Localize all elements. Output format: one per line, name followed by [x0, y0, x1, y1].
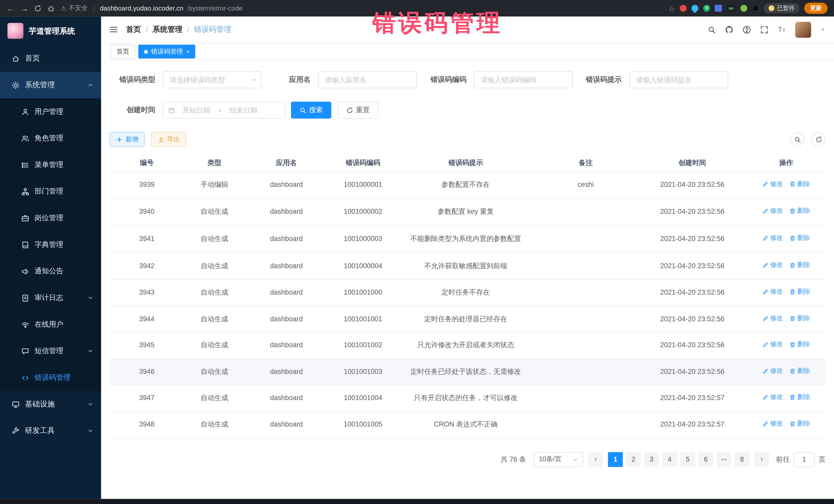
- edit-link[interactable]: 修改: [762, 419, 783, 428]
- cell-ops: 修改删除: [747, 225, 826, 253]
- extension-icon-7[interactable]: [752, 5, 759, 12]
- sidebar-item-system[interactable]: 系统管理: [0, 72, 101, 98]
- delete-link[interactable]: 删除: [789, 261, 810, 270]
- hamburger-icon[interactable]: [109, 25, 118, 34]
- extension-icon-5[interactable]: on: [726, 5, 736, 12]
- browser-home-icon[interactable]: [47, 5, 54, 12]
- github-icon[interactable]: [725, 25, 733, 34]
- search-icon[interactable]: [707, 25, 716, 34]
- delete-link[interactable]: 删除: [789, 206, 810, 216]
- sidebar-item-role[interactable]: 角色管理: [0, 125, 101, 152]
- cell-code: 1001000002: [328, 198, 398, 225]
- tab-label: 首页: [116, 47, 129, 56]
- edit-link[interactable]: 修改: [762, 261, 783, 270]
- add-button[interactable]: 新增: [110, 132, 145, 147]
- prev-page-button[interactable]: [588, 452, 603, 467]
- trash-icon: [789, 181, 796, 187]
- edit-link[interactable]: 修改: [762, 180, 783, 189]
- sidebar-item-post[interactable]: 岗位管理: [0, 205, 101, 232]
- delete-link[interactable]: 删除: [789, 180, 810, 189]
- delete-link[interactable]: 删除: [789, 393, 810, 402]
- update-button[interactable]: 更新: [804, 3, 828, 14]
- edit-link[interactable]: 修改: [762, 367, 783, 376]
- extension-icon-1[interactable]: [680, 5, 687, 12]
- fullscreen-icon[interactable]: [760, 25, 769, 34]
- error-code-input[interactable]: [474, 71, 573, 88]
- sidebar-item-online-user[interactable]: 在线用户: [0, 311, 101, 338]
- sidebar-item-notice[interactable]: 通知公告: [0, 258, 101, 285]
- delete-link[interactable]: 删除: [789, 340, 810, 349]
- delete-link[interactable]: 删除: [789, 419, 810, 428]
- end-date-input[interactable]: [223, 106, 264, 114]
- app-name-input[interactable]: [318, 71, 417, 88]
- edit-link[interactable]: 修改: [762, 234, 783, 243]
- page-button-8[interactable]: 8: [734, 452, 749, 467]
- error-msg-input[interactable]: [629, 71, 728, 88]
- page-button-5[interactable]: 5: [680, 452, 695, 467]
- date-range-picker[interactable]: -: [163, 102, 286, 118]
- sidebar-item-user[interactable]: 用户管理: [0, 98, 101, 125]
- sidebar-item-home[interactable]: 首页: [0, 45, 101, 72]
- delete-link[interactable]: 删除: [789, 314, 810, 323]
- sidebar-item-infra[interactable]: 基础设施: [0, 391, 101, 418]
- sidebar-item-dict[interactable]: 字典管理: [0, 232, 101, 258]
- page-button-1[interactable]: 1: [608, 452, 623, 467]
- address-bar[interactable]: dashboard.yudao.iocoder.cn/system/error-…: [100, 5, 242, 12]
- cell-id: 3940: [110, 198, 184, 225]
- sidebar-item-sms[interactable]: 短信管理: [0, 338, 101, 365]
- sidebar-item-audit-log[interactable]: 审计日志: [0, 285, 101, 311]
- reload-icon[interactable]: [34, 5, 42, 12]
- extension-icon-2[interactable]: [690, 3, 700, 13]
- next-page-button[interactable]: [754, 452, 769, 467]
- export-button[interactable]: 导出: [151, 132, 186, 147]
- sidebar-item-dept[interactable]: 部门管理: [0, 178, 101, 205]
- goto-page-input[interactable]: [793, 452, 815, 467]
- show-search-button[interactable]: [790, 132, 804, 146]
- page-button-4[interactable]: 4: [662, 452, 677, 467]
- search-button[interactable]: 搜索: [291, 102, 332, 118]
- edit-link[interactable]: 修改: [762, 287, 783, 297]
- cell-time: 2021-04-20 23:52:56: [638, 332, 747, 359]
- back-icon[interactable]: ←: [6, 4, 14, 12]
- edit-link[interactable]: 修改: [762, 340, 783, 349]
- breadcrumb-item-home[interactable]: 首页: [126, 25, 141, 34]
- security-indicator[interactable]: ⚠ 不安全: [61, 4, 88, 13]
- edit-icon: [762, 181, 769, 187]
- error-type-select[interactable]: [163, 71, 262, 88]
- logo-avatar: [7, 23, 23, 39]
- bookmark-star-icon[interactable]: ☆: [668, 4, 675, 13]
- start-date-input[interactable]: [176, 106, 217, 114]
- tab-home[interactable]: 首页: [111, 45, 135, 59]
- sidebar-item-label: 岗位管理: [35, 213, 63, 223]
- page-more-button[interactable]: [717, 452, 731, 467]
- page-button-3[interactable]: 3: [644, 452, 659, 467]
- paused-badge[interactable]: 已暂停: [764, 3, 799, 13]
- extension-icon-4[interactable]: [715, 5, 722, 12]
- refresh-table-button[interactable]: [812, 132, 826, 146]
- edit-link[interactable]: 修改: [762, 393, 783, 402]
- extension-icon-6[interactable]: [740, 5, 747, 12]
- error-type-select-input[interactable]: [163, 71, 262, 88]
- delete-link[interactable]: 删除: [789, 287, 810, 297]
- user-avatar[interactable]: [795, 22, 811, 38]
- reset-button[interactable]: 重置: [338, 102, 378, 118]
- breadcrumb-item-system[interactable]: 系统管理: [153, 25, 182, 34]
- tab-close-icon[interactable]: ×: [186, 49, 190, 54]
- tab-error-code[interactable]: 错误码管理×: [138, 45, 196, 59]
- page-size-select[interactable]: 10条/页: [533, 452, 584, 467]
- app-logo[interactable]: 芋道管理系统: [0, 17, 101, 45]
- extension-icon-3[interactable]: V: [703, 5, 710, 12]
- delete-link[interactable]: 删除: [789, 234, 810, 243]
- delete-link[interactable]: 删除: [789, 367, 810, 376]
- sidebar-item-menu[interactable]: 菜单管理: [0, 152, 101, 178]
- sidebar-item-dev-tools[interactable]: 研发工具: [0, 418, 101, 444]
- help-icon[interactable]: [742, 25, 751, 34]
- page-button-2[interactable]: 2: [626, 452, 641, 467]
- forward-icon[interactable]: →: [20, 4, 28, 12]
- edit-link[interactable]: 修改: [762, 206, 783, 216]
- sidebar-item-error-code[interactable]: 错误码管理: [0, 365, 101, 391]
- edit-link[interactable]: 修改: [762, 314, 783, 323]
- font-size-icon[interactable]: TT: [777, 25, 786, 34]
- avatar-caret-icon[interactable]: [820, 27, 826, 32]
- page-button-6[interactable]: 6: [698, 452, 713, 467]
